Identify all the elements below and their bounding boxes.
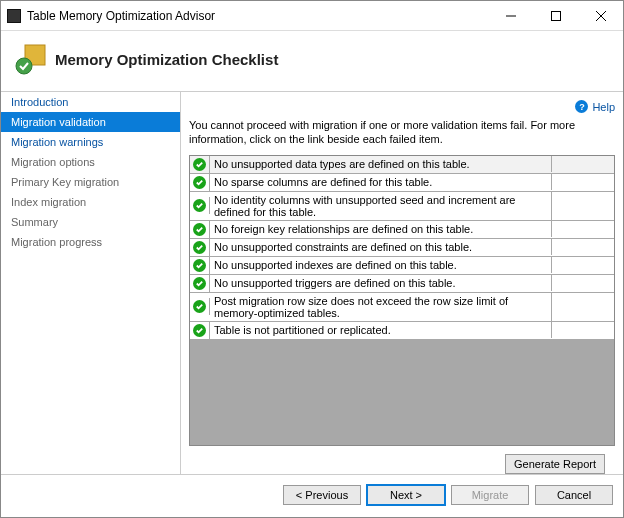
window-title: Table Memory Optimization Advisor bbox=[27, 9, 488, 23]
sidebar-nav: Introduction Migration validation Migrat… bbox=[1, 92, 181, 474]
checkmark-icon bbox=[193, 199, 206, 212]
body: Introduction Migration validation Migrat… bbox=[1, 92, 623, 474]
check-row: No identity columns with unsupported see… bbox=[190, 192, 614, 221]
svg-rect-1 bbox=[551, 11, 560, 20]
checkmark-icon bbox=[193, 223, 206, 236]
cancel-button[interactable]: Cancel bbox=[535, 485, 613, 505]
check-text: No unsupported triggers are defined on t… bbox=[210, 275, 552, 291]
check-row: No unsupported triggers are defined on t… bbox=[190, 275, 614, 293]
sidebar-item-summary[interactable]: Summary bbox=[1, 212, 180, 232]
check-status-icon bbox=[190, 239, 210, 256]
wizard-window: Table Memory Optimization Advisor Memory… bbox=[0, 0, 624, 518]
check-text: No unsupported constraints are defined o… bbox=[210, 239, 552, 255]
next-button[interactable]: Next > bbox=[367, 485, 445, 505]
check-text: Table is not partitioned or replicated. bbox=[210, 322, 552, 338]
previous-button[interactable]: < Previous bbox=[283, 485, 361, 505]
content-pane: ? Help You cannot proceed with migration… bbox=[181, 92, 623, 474]
footer-buttons: < Previous Next > Migrate Cancel bbox=[1, 474, 623, 517]
check-row: No unsupported indexes are defined on th… bbox=[190, 257, 614, 275]
migrate-button: Migrate bbox=[451, 485, 529, 505]
minimize-button[interactable] bbox=[488, 1, 533, 31]
sidebar-item-index-migration[interactable]: Index migration bbox=[1, 192, 180, 212]
check-text: Post migration row size does not exceed … bbox=[210, 293, 552, 321]
check-row: Table is not partitioned or replicated. bbox=[190, 322, 614, 340]
check-status-icon bbox=[190, 322, 210, 339]
check-row: No foreign key relationships are defined… bbox=[190, 221, 614, 239]
checkmark-icon bbox=[193, 259, 206, 272]
check-text: No sparse columns are defined for this t… bbox=[210, 174, 552, 190]
checkmark-icon bbox=[193, 277, 206, 290]
check-text: No identity columns with unsupported see… bbox=[210, 192, 552, 220]
checkmark-icon bbox=[193, 241, 206, 254]
checkmark-icon bbox=[193, 324, 206, 337]
check-row: Post migration row size does not exceed … bbox=[190, 293, 614, 322]
checkmark-icon bbox=[193, 176, 206, 189]
svg-point-5 bbox=[16, 58, 32, 74]
check-row: No unsupported data types are defined on… bbox=[190, 156, 614, 174]
check-status-icon bbox=[190, 221, 210, 238]
checklist-rows: No unsupported data types are defined on… bbox=[190, 156, 614, 340]
sidebar-item-introduction[interactable]: Introduction bbox=[1, 92, 180, 112]
check-row: No unsupported constraints are defined o… bbox=[190, 239, 614, 257]
validation-checklist: No unsupported data types are defined on… bbox=[189, 155, 615, 447]
title-bar: Table Memory Optimization Advisor bbox=[1, 1, 623, 31]
check-row: No sparse columns are defined for this t… bbox=[190, 174, 614, 192]
sidebar-item-primary-key-migration[interactable]: Primary Key migration bbox=[1, 172, 180, 192]
help-row: ? Help bbox=[189, 98, 615, 119]
close-button[interactable] bbox=[578, 1, 623, 31]
page-title: Memory Optimization Checklist bbox=[55, 51, 278, 68]
sidebar-item-migration-warnings[interactable]: Migration warnings bbox=[1, 132, 180, 152]
check-status-icon bbox=[190, 156, 210, 173]
wizard-icon bbox=[15, 43, 47, 75]
sidebar-item-migration-validation[interactable]: Migration validation bbox=[1, 112, 180, 132]
check-status-icon bbox=[190, 275, 210, 292]
instruction-text: You cannot proceed with migration if one… bbox=[189, 119, 615, 147]
check-text: No unsupported data types are defined on… bbox=[210, 156, 552, 172]
sidebar-item-migration-progress[interactable]: Migration progress bbox=[1, 232, 180, 252]
check-text: No foreign key relationships are defined… bbox=[210, 221, 552, 237]
header: Memory Optimization Checklist bbox=[1, 31, 623, 92]
checkmark-icon bbox=[193, 158, 206, 171]
checkmark-icon bbox=[193, 300, 206, 313]
app-icon bbox=[7, 9, 21, 23]
check-status-icon bbox=[190, 174, 210, 191]
check-status-icon bbox=[190, 257, 210, 274]
generate-report-button[interactable]: Generate Report bbox=[505, 454, 605, 474]
sidebar-item-migration-options[interactable]: Migration options bbox=[1, 152, 180, 172]
check-status-icon bbox=[190, 298, 210, 315]
maximize-button[interactable] bbox=[533, 1, 578, 31]
help-link[interactable]: Help bbox=[592, 101, 615, 113]
report-row: Generate Report bbox=[189, 446, 615, 474]
check-text: No unsupported indexes are defined on th… bbox=[210, 257, 552, 273]
check-status-icon bbox=[190, 197, 210, 214]
help-icon: ? bbox=[575, 100, 588, 113]
